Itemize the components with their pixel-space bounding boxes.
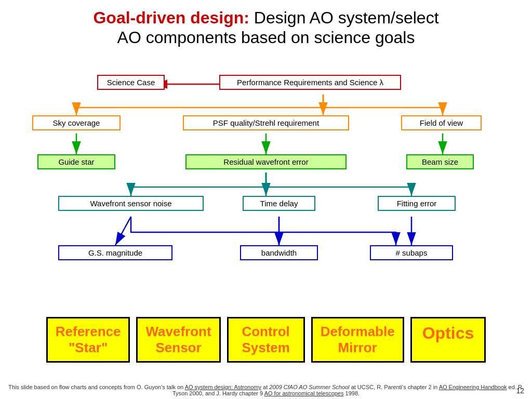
footer: This slide based on flow charts and conc… <box>5 384 527 396</box>
time-delay-box: Time delay <box>243 196 315 211</box>
svg-line-12 <box>115 217 131 245</box>
bottom-boxes: Reference "Star" Wavefront Sensor Contro… <box>5 317 527 363</box>
bandwidth-box: bandwidth <box>240 245 318 260</box>
sky-coverage-box: Sky coverage <box>32 115 121 130</box>
reference-star-box: Reference "Star" <box>46 317 130 363</box>
arrows-svg <box>17 53 515 313</box>
science-case-box: Science Case <box>97 75 165 90</box>
optics-box: Optics <box>410 317 486 363</box>
psf-quality-box: PSF quality/Strehl requirement <box>183 115 349 130</box>
fitting-error-box: Fitting error <box>378 196 456 211</box>
wf-sensor-noise-box: Wavefront sensor noise <box>58 196 204 211</box>
wavefront-sensor-box: Wavefront Sensor <box>136 317 220 363</box>
beam-size-box: Beam size <box>406 154 474 169</box>
guide-star-box: Guide star <box>37 154 115 169</box>
title-part1: Goal-driven design: <box>93 8 249 27</box>
slide: Goal-driven design: Design AO system/sel… <box>0 0 532 399</box>
perf-req-box: Performance Requirements and Science λ <box>219 75 401 90</box>
residual-wfe-box: Residual wavefront error <box>185 154 347 169</box>
gs-magnitude-box: G.S. magnitude <box>58 245 172 260</box>
control-system-box: Control System <box>227 317 305 363</box>
field-of-view-box: Field of view <box>401 115 482 130</box>
subaps-box: # subaps <box>370 245 453 260</box>
slide-title: Goal-driven design: Design AO system/sel… <box>5 8 527 48</box>
diagram: Science Case Performance Requirements an… <box>17 53 515 313</box>
deformable-mirror-box: Deformable Mirror <box>311 317 404 363</box>
